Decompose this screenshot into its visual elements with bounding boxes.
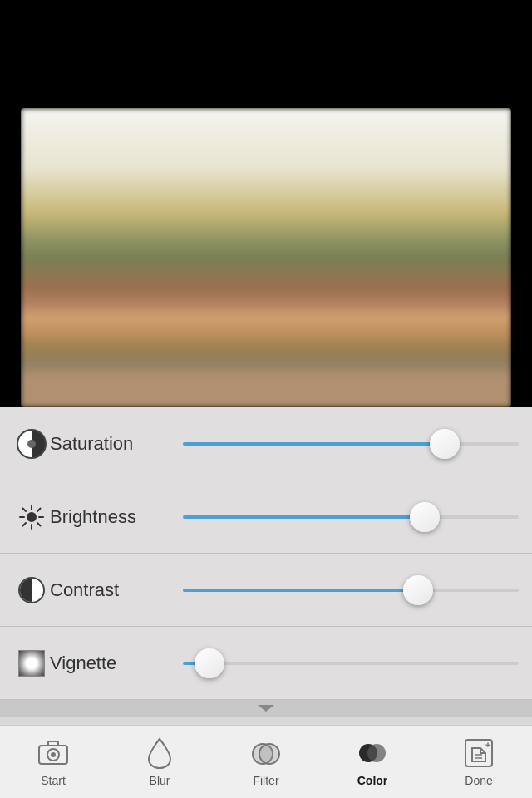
- done-icon: [463, 737, 495, 769]
- saturation-slider[interactable]: [183, 426, 519, 462]
- brightness-slider[interactable]: [183, 499, 519, 535]
- blur-icon: [144, 737, 175, 769]
- vignette-icon: [18, 650, 45, 677]
- tab-start-label: Start: [41, 774, 66, 787]
- tab-blur[interactable]: Blur: [106, 726, 213, 798]
- brightness-icon: [19, 505, 44, 530]
- saturation-label: Saturation: [50, 433, 183, 455]
- svg-line-5: [37, 523, 41, 526]
- contrast-track-fill: [183, 589, 418, 592]
- svg-point-11: [51, 752, 56, 757]
- color-icon: [357, 737, 388, 769]
- contrast-icon: [18, 577, 45, 603]
- brightness-row: Brightness: [0, 480, 532, 554]
- svg-point-15: [367, 744, 386, 762]
- expand-arrow[interactable]: [0, 700, 532, 717]
- saturation-icon: [17, 429, 47, 459]
- svg-line-4: [23, 508, 27, 511]
- chevron-down-icon: [258, 705, 274, 712]
- contrast-icon-container: [13, 572, 50, 608]
- svg-line-6: [37, 508, 41, 511]
- camera-icon: [37, 737, 69, 769]
- brightness-icon-container: [13, 499, 50, 535]
- saturation-row: Saturation: [0, 407, 532, 480]
- contrast-row: Contrast: [0, 554, 532, 627]
- tab-color[interactable]: Color: [319, 726, 426, 798]
- filter-icon: [250, 737, 282, 769]
- controls-panel: Saturation Brigh: [0, 407, 532, 725]
- saturation-icon-container: [13, 426, 50, 462]
- tab-blur-label: Blur: [150, 774, 170, 787]
- vignette-track-bg: [183, 662, 519, 665]
- svg-line-7: [23, 523, 27, 526]
- vignette-label: Vignette: [50, 653, 183, 674]
- tab-start[interactable]: Start: [0, 726, 106, 798]
- vignette-thumb[interactable]: [195, 648, 224, 678]
- contrast-slider[interactable]: [183, 572, 519, 608]
- brightness-track-fill: [183, 515, 425, 519]
- saturation-thumb[interactable]: [430, 429, 460, 459]
- tab-done[interactable]: Done: [426, 726, 532, 798]
- brightness-thumb[interactable]: [410, 502, 440, 532]
- photo-canvas: [21, 108, 511, 407]
- vignette-slider[interactable]: [183, 645, 519, 682]
- tab-filter-label: Filter: [253, 774, 278, 787]
- vignette-row: Vignette: [0, 627, 532, 700]
- contrast-label: Contrast: [50, 579, 183, 601]
- contrast-thumb[interactable]: [403, 575, 433, 605]
- tab-done-label: Done: [465, 774, 492, 787]
- svg-point-13: [259, 744, 279, 764]
- tab-bar: Start Blur Filter Color: [0, 725, 532, 798]
- tab-color-label: Color: [357, 774, 388, 787]
- photo-preview: [21, 108, 511, 407]
- svg-rect-10: [48, 741, 58, 746]
- brightness-label: Brightness: [50, 506, 183, 528]
- saturation-track-fill: [183, 442, 445, 446]
- top-black-bar: [0, 0, 532, 108]
- tab-filter[interactable]: Filter: [213, 726, 319, 798]
- vignette-icon-container: [13, 645, 50, 682]
